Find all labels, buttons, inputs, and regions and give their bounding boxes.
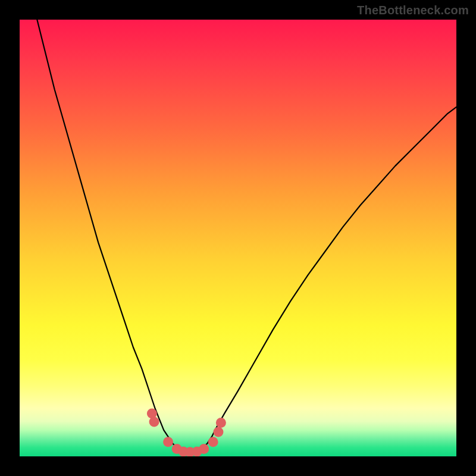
watermark-text: TheBottleneck.com xyxy=(357,4,469,17)
chart-frame: TheBottleneck.com xyxy=(0,0,476,476)
plot-area xyxy=(20,20,456,456)
bottleneck-curve xyxy=(20,20,456,456)
